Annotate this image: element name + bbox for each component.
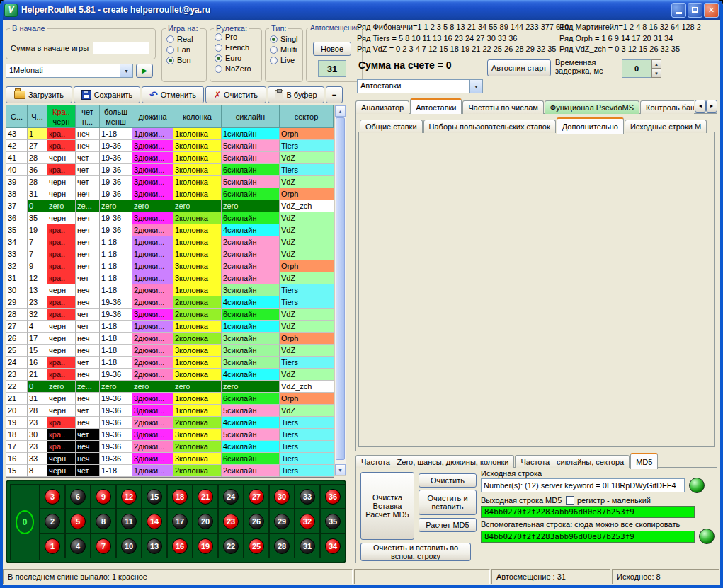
spin-row[interactable]: 3112кра..чет1-181дюжи...3колонка2сиклайн… [6,272,334,284]
board-cell-21[interactable]: 21 [193,484,218,509]
profile-select[interactable]: 1Melonati ▼ [6,64,133,78]
number-chip-18[interactable]: 18 [172,489,188,505]
spin-row[interactable]: 274чернчет1-181дюжи...1колонка1сиклайнVd… [6,321,334,333]
md5-clear-paste-button[interactable]: Очистить и вставить [419,490,477,515]
number-chip-11[interactable]: 11 [121,514,137,529]
spin-row[interactable]: 329кра..неч1-181дюжи...3колонка2сиклайнO… [6,260,334,272]
load-button[interactable]: Загрузить [6,86,72,103]
number-chip-27[interactable]: 27 [249,489,264,505]
sub-tab-Общие ставки[interactable]: Общие ставки [360,120,423,133]
board-cell-19[interactable]: 19 [193,534,218,558]
spin-row[interactable]: 1723кра..неч19-362дюжи...2колонка4сиклай… [6,441,334,453]
spin-down-icon[interactable]: ▼ [651,69,661,78]
minimize-button[interactable] [671,3,686,18]
board-cell-32[interactable]: 32 [295,509,320,534]
main-tab-Анализатор[interactable]: Анализатор [355,100,409,114]
number-chip-22[interactable]: 22 [223,538,239,554]
board-cell-27[interactable]: 27 [244,484,269,509]
main-tab-Автоставки[interactable]: Автоставки [410,98,462,114]
number-chip-23[interactable]: 23 [223,514,239,529]
spin-row[interactable]: 337кра..неч1-181дюжи...1колонка2сиклайнV… [6,248,334,260]
number-chip-30[interactable]: 30 [274,489,290,505]
number-chip-24[interactable]: 24 [223,489,239,505]
number-chip-33[interactable]: 33 [300,489,315,505]
number-chip-31[interactable]: 31 [300,538,315,554]
board-cell-31[interactable]: 31 [295,534,320,558]
scrollbar-thumb[interactable] [336,117,345,460]
roulette-sphere-button[interactable] [699,529,715,544]
autobets-select[interactable]: Автоставки ▼ [357,79,483,93]
board-cell-3[interactable]: 3 [40,484,65,509]
spin-row[interactable]: 3635черннеч19-363дюжи...2колонка6сиклайн… [6,212,334,224]
number-chip-9[interactable]: 9 [96,489,111,505]
radio-option-multi[interactable]: Multi [266,43,302,54]
board-cell-16[interactable]: 16 [167,534,193,558]
spin-row[interactable]: 3831черннеч19-363дюжи...1колонка6сиклайн… [6,188,334,200]
board-cell-12[interactable]: 12 [116,484,142,509]
number-chip-4[interactable]: 4 [70,538,86,554]
spin-row[interactable]: 2832кра..чет19-363дюжи...2колонка6сиклай… [6,309,334,321]
scroll-up-icon[interactable]: ▲ [335,105,346,117]
radio-option-bon[interactable]: Bon [162,54,206,64]
number-chip-21[interactable]: 21 [198,489,213,505]
radio-option-euro[interactable]: Euro [210,52,261,62]
number-chip-26[interactable]: 26 [249,514,264,529]
board-cell-30[interactable]: 30 [269,484,295,509]
board-cell-14[interactable]: 14 [142,509,167,534]
board-cell-7[interactable]: 7 [91,534,116,558]
clear-button[interactable]: ✗Очистить [205,86,266,103]
autospin-start-button[interactable]: Автоспин старт [487,59,551,76]
number-chip-28[interactable]: 28 [274,538,290,554]
radio-option-fan[interactable]: Fan [162,43,206,54]
radio-option-singl[interactable]: Singl [266,33,302,43]
board-cell-26[interactable]: 26 [244,509,269,534]
play-button[interactable]: ▶ [136,64,153,78]
board-cell-4[interactable]: 4 [65,534,91,558]
spin-row[interactable]: 1923кра..неч19-362дюжи...2колонка4сиклай… [6,417,334,429]
clear-paste-aux-button[interactable]: Очистить и вставить во вспом. строку [360,543,471,561]
board-cell-2[interactable]: 2 [40,509,65,534]
chevron-down-icon[interactable]: ▼ [120,64,132,77]
number-chip-35[interactable]: 35 [325,514,341,529]
board-cell-13[interactable]: 13 [142,534,167,558]
board-cell-11[interactable]: 11 [116,509,142,534]
maximize-button[interactable] [688,3,702,18]
board-cell-6[interactable]: 6 [65,484,91,509]
board-zero-cell[interactable]: 0 [10,484,40,560]
number-chip-12[interactable]: 12 [121,489,137,505]
number-chip-14[interactable]: 14 [147,514,162,529]
spin-row[interactable]: 2515черннеч1-182дюжи...3колонка3сиклайнV… [6,345,334,357]
scroll-down-icon[interactable]: ▼ [335,464,346,475]
md5-big-button[interactable]: Очистка Вставка Расчет MD5 [360,472,414,540]
board-cell-25[interactable]: 25 [244,534,269,558]
board-cell-22[interactable]: 22 [218,534,244,558]
board-cell-1[interactable]: 1 [40,534,65,558]
spin-row[interactable]: 2617черннеч1-182дюжи...2колонка3сиклайнO… [6,333,334,345]
spin-row[interactable]: 4128чернчет19-363дюжи...1колонка5сиклайн… [6,152,334,164]
number-chip-32[interactable]: 32 [300,514,315,529]
radio-option-real[interactable]: Real [162,33,206,43]
radio-option-nozero[interactable]: NoZero [210,62,261,73]
spin-row[interactable]: 1633черннеч19-363дюжи...3колонка6сиклайн… [6,453,334,465]
spin-row[interactable]: 2131черннеч19-363дюжи...1колонка6сиклайн… [6,393,334,405]
table-scrollbar[interactable]: ▲ ▼ [334,105,346,476]
sub-tab-Исходные строки М[interactable]: Исходные строки М [625,120,707,133]
number-chip-8[interactable]: 8 [96,514,111,529]
freq-tab-MD5[interactable]: MD5 [630,453,658,469]
number-chip-13[interactable]: 13 [147,538,162,554]
board-cell-20[interactable]: 20 [193,509,218,534]
spin-row[interactable]: 1830кра..чет19-363дюжи...3колонка5сиклай… [6,429,334,441]
undo-button[interactable]: ↶Отменить [142,86,204,103]
number-chip-1[interactable]: 1 [45,538,60,554]
number-chip-10[interactable]: 10 [121,538,137,554]
to-buffer-button[interactable]: В буфер [268,86,324,103]
freq-tab-Частота - Zero, шансы, дюжины, колонки[interactable]: Частота - Zero, шансы, дюжины, колонки [355,455,514,468]
spin-row[interactable]: 4227кра..неч19-363дюжи...3колонка5сиклай… [6,140,334,152]
board-cell-24[interactable]: 24 [218,484,244,509]
board-cell-28[interactable]: 28 [269,534,295,558]
spin-up-icon[interactable]: ▲ [651,59,661,69]
number-chip-15[interactable]: 15 [147,489,162,505]
number-chip-29[interactable]: 29 [274,514,290,529]
minus-button[interactable]: − [326,86,343,103]
number-chip-16[interactable]: 16 [172,538,188,554]
